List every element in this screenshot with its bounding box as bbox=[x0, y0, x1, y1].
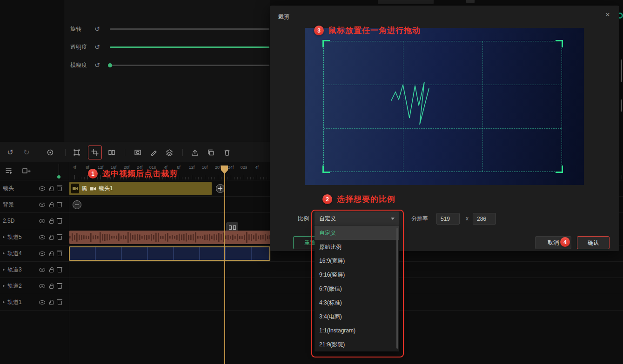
ratio-option[interactable]: 原始比例 bbox=[315, 240, 399, 254]
clip-camera1[interactable]: 黑 镜头1 bbox=[69, 182, 212, 195]
ratio-label: 比例 bbox=[298, 212, 309, 226]
redo-button[interactable]: ↻ bbox=[22, 148, 31, 157]
track-visibility-icon[interactable] bbox=[39, 251, 45, 256]
ruler-label: 24f bbox=[137, 165, 143, 170]
export-button[interactable] bbox=[190, 148, 200, 157]
track-lock-icon[interactable] bbox=[49, 253, 54, 256]
track-lock-icon[interactable] bbox=[49, 220, 54, 224]
track-label: 轨道4 bbox=[7, 250, 22, 258]
app-scrollbar[interactable] bbox=[621, 99, 622, 112]
resolution-x-separator: x bbox=[466, 212, 469, 226]
ratio-option[interactable]: 21:9(影院) bbox=[315, 338, 399, 351]
transform-button[interactable] bbox=[72, 148, 81, 157]
crop-handle-topright[interactable] bbox=[556, 40, 563, 47]
track-lock-icon[interactable] bbox=[49, 237, 54, 240]
edit-icon bbox=[150, 149, 157, 156]
app-scrollbar[interactable] bbox=[621, 60, 622, 82]
opacity-slider[interactable] bbox=[110, 46, 269, 48]
ratio-option[interactable]: 3:4(电商) bbox=[315, 310, 399, 324]
reset-rotate-icon[interactable]: ↺ bbox=[94, 26, 100, 32]
playhead-line[interactable] bbox=[224, 165, 225, 364]
blur-slider-knob[interactable] bbox=[108, 63, 112, 67]
confirm-button[interactable]: 确认 bbox=[577, 236, 610, 249]
chevron-right-icon[interactable] bbox=[3, 252, 5, 255]
blur-slider[interactable] bbox=[110, 65, 269, 66]
add-keyframe-icon[interactable] bbox=[216, 184, 225, 193]
track-visibility-icon[interactable] bbox=[39, 219, 45, 223]
ruler-label: 12f bbox=[98, 165, 104, 170]
split-icon bbox=[108, 149, 115, 156]
track-visibility-icon[interactable] bbox=[39, 300, 45, 304]
reset-opacity-icon[interactable]: ↺ bbox=[94, 44, 100, 50]
waveform bbox=[69, 232, 270, 243]
track-visibility-icon[interactable] bbox=[39, 235, 45, 239]
track-lock-icon[interactable] bbox=[49, 269, 54, 272]
keyframe-button[interactable] bbox=[46, 148, 55, 157]
track-lock-icon[interactable] bbox=[49, 188, 54, 191]
mask-button[interactable] bbox=[133, 148, 142, 157]
chevron-right-icon[interactable] bbox=[3, 268, 5, 271]
resolution-height-input[interactable] bbox=[473, 213, 496, 225]
track-delete-icon[interactable] bbox=[58, 219, 62, 224]
chevron-right-icon[interactable] bbox=[3, 285, 5, 287]
track-visibility-icon[interactable] bbox=[39, 268, 45, 272]
resolution-width-input[interactable] bbox=[436, 213, 460, 225]
crop-area[interactable] bbox=[323, 41, 562, 172]
ratio-select[interactable]: 自定义 bbox=[315, 212, 399, 226]
undo-button[interactable]: ↺ bbox=[6, 148, 15, 157]
clip-audio[interactable] bbox=[69, 231, 270, 244]
close-icon[interactable]: × bbox=[605, 10, 610, 20]
clip-label: 镜头1 bbox=[99, 185, 113, 192]
duplicate-button[interactable] bbox=[206, 148, 215, 157]
chevron-right-icon[interactable] bbox=[3, 301, 5, 304]
track-list-button[interactable] bbox=[5, 166, 14, 176]
clip-video-selected[interactable] bbox=[69, 246, 270, 261]
edit-button[interactable] bbox=[149, 148, 158, 157]
resolution-label: 分辨率 bbox=[411, 212, 428, 226]
timeline-marker-dot[interactable] bbox=[57, 175, 60, 179]
crop-handle-bottomright[interactable] bbox=[556, 165, 563, 173]
ratio-option[interactable]: 1:1(Instagram) bbox=[315, 324, 399, 338]
track-delete-icon[interactable] bbox=[58, 236, 62, 240]
track-lock-icon[interactable] bbox=[49, 302, 54, 305]
track-label: 轨道2 bbox=[7, 282, 22, 290]
grid-line bbox=[324, 85, 562, 85]
track-delete-icon[interactable] bbox=[58, 268, 62, 272]
layers-button[interactable] bbox=[165, 148, 174, 157]
add-track-button[interactable] bbox=[21, 166, 31, 176]
delete-button[interactable] bbox=[222, 148, 232, 157]
redo-icon: ↻ bbox=[23, 149, 29, 156]
reset-blur-icon[interactable]: ↺ bbox=[94, 62, 100, 68]
rotate-label: 旋转 bbox=[70, 25, 94, 33]
track-visibility-icon[interactable] bbox=[39, 186, 45, 191]
ruler-label: 01s bbox=[149, 165, 156, 170]
track-delete-icon[interactable] bbox=[58, 203, 62, 207]
split-button[interactable] bbox=[107, 148, 116, 157]
ruler-label: 16f bbox=[202, 165, 208, 170]
ratio-option[interactable]: 16:9(宽屏) bbox=[315, 254, 399, 268]
step4-badge: 4 bbox=[560, 237, 570, 247]
rotate-slider[interactable] bbox=[110, 28, 269, 30]
track-lock-icon[interactable] bbox=[49, 285, 54, 289]
crop-handle-bottomleft[interactable] bbox=[322, 165, 330, 173]
track-lock-icon[interactable] bbox=[49, 204, 54, 207]
ruler-label: 4f bbox=[255, 165, 259, 170]
track-delete-icon[interactable] bbox=[58, 252, 62, 256]
track-row: 轨道1 bbox=[0, 294, 623, 311]
track-visibility-icon[interactable] bbox=[39, 203, 45, 207]
chevron-right-icon[interactable] bbox=[3, 236, 5, 238]
track-visibility-icon[interactable] bbox=[39, 284, 45, 288]
add-background-icon[interactable] bbox=[73, 200, 81, 209]
track-delete-icon[interactable] bbox=[58, 301, 62, 305]
export-icon bbox=[191, 149, 199, 156]
dropdown-scrollbar[interactable] bbox=[396, 228, 398, 349]
ratio-option[interactable]: 6:7(微信) bbox=[315, 282, 399, 296]
ratio-option[interactable]: 自定义 bbox=[315, 226, 399, 240]
ratio-option[interactable]: 9:16(竖屏) bbox=[315, 268, 399, 282]
ratio-option[interactable]: 4:3(标准) bbox=[315, 296, 399, 310]
crop-handle-topleft[interactable] bbox=[322, 40, 330, 47]
track-label: 镜头 bbox=[3, 185, 14, 192]
track-delete-icon[interactable] bbox=[58, 285, 62, 289]
crop-button[interactable] bbox=[88, 146, 102, 159]
track-delete-icon[interactable] bbox=[58, 187, 62, 191]
